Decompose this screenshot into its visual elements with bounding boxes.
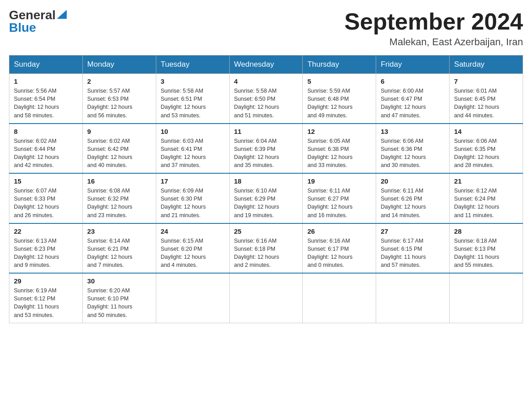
calendar-table: Sunday Monday Tuesday Wednesday Thursday… xyxy=(9,55,523,323)
day-info: Sunrise: 6:16 AMSunset: 6:18 PMDaylight:… xyxy=(234,237,298,270)
day-info: Sunrise: 6:02 AMSunset: 6:42 PMDaylight:… xyxy=(87,137,151,170)
day-info: Sunrise: 6:18 AMSunset: 6:13 PMDaylight:… xyxy=(454,237,518,270)
title-area: September 2024 Malekan, East Azerbaijan,… xyxy=(344,9,523,48)
table-row xyxy=(229,273,303,323)
day-number: 21 xyxy=(454,177,518,185)
day-number: 22 xyxy=(14,227,78,235)
table-row: 21Sunrise: 6:12 AMSunset: 6:24 PMDayligh… xyxy=(450,173,523,223)
calendar-week-row: 1Sunrise: 5:56 AMSunset: 6:54 PMDaylight… xyxy=(9,74,523,124)
day-number: 26 xyxy=(307,227,371,235)
table-row xyxy=(156,273,229,323)
table-row: 23Sunrise: 6:14 AMSunset: 6:21 PMDayligh… xyxy=(82,223,156,274)
table-row: 15Sunrise: 6:07 AMSunset: 6:33 PMDayligh… xyxy=(9,173,83,223)
day-info: Sunrise: 6:20 AMSunset: 6:10 PMDaylight:… xyxy=(87,287,151,319)
calendar-title: September 2024 xyxy=(344,9,523,34)
logo-general: General xyxy=(9,9,56,21)
day-number: 16 xyxy=(87,177,151,185)
table-row: 6Sunrise: 6:00 AMSunset: 6:47 PMDaylight… xyxy=(376,74,450,124)
day-info: Sunrise: 6:06 AMSunset: 6:36 PMDaylight:… xyxy=(381,137,445,170)
day-number: 13 xyxy=(381,128,445,135)
col-tuesday: Tuesday xyxy=(156,56,229,74)
day-number: 19 xyxy=(307,177,371,185)
day-info: Sunrise: 6:17 AMSunset: 6:15 PMDaylight:… xyxy=(381,237,445,270)
calendar-week-row: 8Sunrise: 6:02 AMSunset: 6:44 PMDaylight… xyxy=(9,124,523,174)
day-number: 23 xyxy=(87,227,151,235)
table-row: 17Sunrise: 6:09 AMSunset: 6:30 PMDayligh… xyxy=(156,173,229,223)
day-number: 12 xyxy=(307,128,371,135)
day-number: 24 xyxy=(161,227,225,235)
logo-triangle-icon xyxy=(57,10,67,19)
day-number: 10 xyxy=(161,128,225,135)
calendar-week-row: 29Sunrise: 6:19 AMSunset: 6:12 PMDayligh… xyxy=(9,273,523,323)
day-info: Sunrise: 6:07 AMSunset: 6:33 PMDaylight:… xyxy=(14,187,78,219)
table-row: 4Sunrise: 5:58 AMSunset: 6:50 PMDaylight… xyxy=(229,74,303,124)
day-number: 4 xyxy=(234,77,298,85)
calendar-week-row: 22Sunrise: 6:13 AMSunset: 6:23 PMDayligh… xyxy=(9,223,523,274)
day-info: Sunrise: 6:19 AMSunset: 6:12 PMDaylight:… xyxy=(14,287,78,319)
day-number: 17 xyxy=(161,177,225,185)
day-number: 11 xyxy=(234,128,298,135)
day-number: 9 xyxy=(87,128,151,135)
table-row: 9Sunrise: 6:02 AMSunset: 6:42 PMDaylight… xyxy=(82,124,156,174)
table-row: 24Sunrise: 6:15 AMSunset: 6:20 PMDayligh… xyxy=(156,223,229,274)
day-info: Sunrise: 5:56 AMSunset: 6:54 PMDaylight:… xyxy=(14,87,78,120)
table-row: 10Sunrise: 6:03 AMSunset: 6:41 PMDayligh… xyxy=(156,124,229,174)
table-row: 25Sunrise: 6:16 AMSunset: 6:18 PMDayligh… xyxy=(229,223,303,274)
table-row: 2Sunrise: 5:57 AMSunset: 6:53 PMDaylight… xyxy=(82,74,156,124)
table-row xyxy=(450,273,523,323)
day-info: Sunrise: 6:15 AMSunset: 6:20 PMDaylight:… xyxy=(161,237,225,270)
table-row: 28Sunrise: 6:18 AMSunset: 6:13 PMDayligh… xyxy=(450,223,523,274)
table-row: 5Sunrise: 5:59 AMSunset: 6:48 PMDaylight… xyxy=(303,74,376,124)
day-number: 3 xyxy=(161,77,225,85)
day-info: Sunrise: 6:11 AMSunset: 6:26 PMDaylight:… xyxy=(381,187,445,219)
table-row: 7Sunrise: 6:01 AMSunset: 6:45 PMDaylight… xyxy=(450,74,523,124)
day-info: Sunrise: 6:03 AMSunset: 6:41 PMDaylight:… xyxy=(161,137,225,170)
table-row xyxy=(376,273,450,323)
col-wednesday: Wednesday xyxy=(229,56,303,74)
table-row: 18Sunrise: 6:10 AMSunset: 6:29 PMDayligh… xyxy=(229,173,303,223)
day-number: 18 xyxy=(234,177,298,185)
day-number: 25 xyxy=(234,227,298,235)
logo: General Blue xyxy=(9,9,67,34)
day-number: 28 xyxy=(454,227,518,235)
table-row: 22Sunrise: 6:13 AMSunset: 6:23 PMDayligh… xyxy=(9,223,83,274)
day-info: Sunrise: 6:01 AMSunset: 6:45 PMDaylight:… xyxy=(454,87,518,120)
table-row: 14Sunrise: 6:06 AMSunset: 6:35 PMDayligh… xyxy=(450,124,523,174)
logo-blue: Blue xyxy=(9,21,36,34)
col-friday: Friday xyxy=(376,56,450,74)
day-number: 7 xyxy=(454,77,518,85)
calendar-subtitle: Malekan, East Azerbaijan, Iran xyxy=(344,36,523,48)
day-number: 20 xyxy=(381,177,445,185)
day-info: Sunrise: 6:16 AMSunset: 6:17 PMDaylight:… xyxy=(307,237,371,270)
day-number: 30 xyxy=(87,277,151,285)
table-row: 3Sunrise: 5:58 AMSunset: 6:51 PMDaylight… xyxy=(156,74,229,124)
day-info: Sunrise: 6:11 AMSunset: 6:27 PMDaylight:… xyxy=(307,187,371,219)
day-info: Sunrise: 6:10 AMSunset: 6:29 PMDaylight:… xyxy=(234,187,298,219)
col-sunday: Sunday xyxy=(9,56,83,74)
table-row: 27Sunrise: 6:17 AMSunset: 6:15 PMDayligh… xyxy=(376,223,450,274)
day-info: Sunrise: 6:12 AMSunset: 6:24 PMDaylight:… xyxy=(454,187,518,219)
header: General Blue September 2024 Malekan, Eas… xyxy=(9,9,523,48)
day-info: Sunrise: 6:08 AMSunset: 6:32 PMDaylight:… xyxy=(87,187,151,219)
table-row: 26Sunrise: 6:16 AMSunset: 6:17 PMDayligh… xyxy=(303,223,376,274)
day-info: Sunrise: 6:09 AMSunset: 6:30 PMDaylight:… xyxy=(161,187,225,219)
table-row: 16Sunrise: 6:08 AMSunset: 6:32 PMDayligh… xyxy=(82,173,156,223)
day-info: Sunrise: 5:59 AMSunset: 6:48 PMDaylight:… xyxy=(307,87,371,120)
table-row: 11Sunrise: 6:04 AMSunset: 6:39 PMDayligh… xyxy=(229,124,303,174)
day-number: 6 xyxy=(381,77,445,85)
day-number: 5 xyxy=(307,77,371,85)
day-info: Sunrise: 6:14 AMSunset: 6:21 PMDaylight:… xyxy=(87,237,151,270)
table-row: 1Sunrise: 5:56 AMSunset: 6:54 PMDaylight… xyxy=(9,74,83,124)
table-row: 30Sunrise: 6:20 AMSunset: 6:10 PMDayligh… xyxy=(82,273,156,323)
table-row: 29Sunrise: 6:19 AMSunset: 6:12 PMDayligh… xyxy=(9,273,83,323)
table-row: 13Sunrise: 6:06 AMSunset: 6:36 PMDayligh… xyxy=(376,124,450,174)
day-number: 2 xyxy=(87,77,151,85)
day-info: Sunrise: 6:05 AMSunset: 6:38 PMDaylight:… xyxy=(307,137,371,170)
calendar-header-row: Sunday Monday Tuesday Wednesday Thursday… xyxy=(9,56,523,74)
calendar-week-row: 15Sunrise: 6:07 AMSunset: 6:33 PMDayligh… xyxy=(9,173,523,223)
day-info: Sunrise: 6:13 AMSunset: 6:23 PMDaylight:… xyxy=(14,237,78,270)
table-row: 8Sunrise: 6:02 AMSunset: 6:44 PMDaylight… xyxy=(9,124,83,174)
day-info: Sunrise: 6:00 AMSunset: 6:47 PMDaylight:… xyxy=(381,87,445,120)
col-thursday: Thursday xyxy=(303,56,376,74)
table-row: 12Sunrise: 6:05 AMSunset: 6:38 PMDayligh… xyxy=(303,124,376,174)
